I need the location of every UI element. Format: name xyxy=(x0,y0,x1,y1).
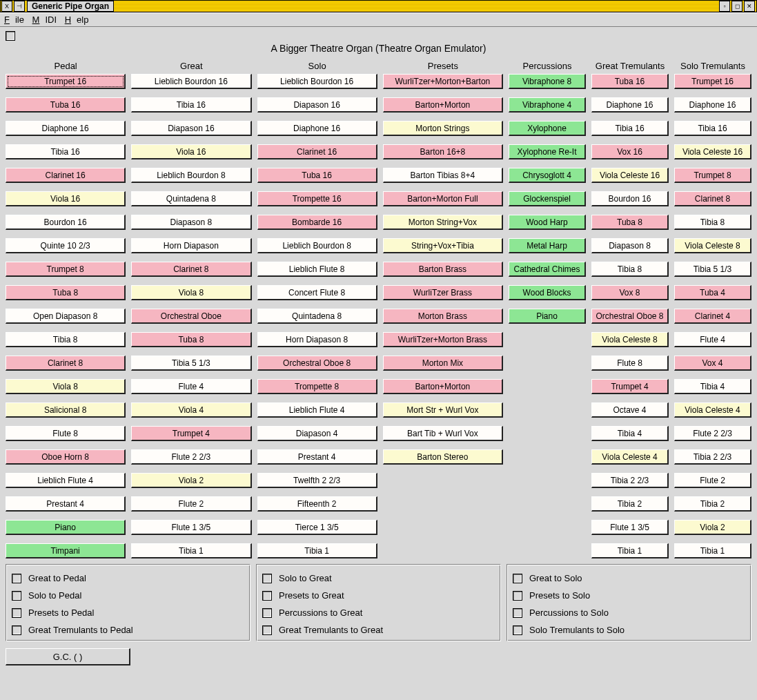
checkbox-icon[interactable] xyxy=(12,591,21,601)
stop-button[interactable]: Concert Flute 8 xyxy=(257,285,377,300)
stop-button[interactable]: Morton Strings xyxy=(383,121,503,136)
stop-button[interactable]: Diaphone 16 xyxy=(674,97,751,113)
pin-icon[interactable]: ⊣ xyxy=(14,1,25,12)
stop-button[interactable]: Viola Celeste 8 xyxy=(591,332,669,347)
stop-button[interactable]: Trumpet 8 xyxy=(674,168,751,183)
stop-button[interactable]: Vibraphone 4 xyxy=(509,97,586,113)
stop-button[interactable]: Tuba 8 xyxy=(131,332,251,347)
stop-button[interactable]: Morton Brass xyxy=(383,309,503,324)
stop-button[interactable]: Viola 2 xyxy=(674,520,751,535)
stop-button[interactable]: Tibia 2 2/3 xyxy=(674,449,751,465)
stop-button[interactable]: Lieblich Bourdon 16 xyxy=(257,74,377,89)
stop-button[interactable]: Bourdon 16 xyxy=(591,191,669,206)
stop-button[interactable]: Tibia 5 1/3 xyxy=(131,356,251,371)
stop-button[interactable]: Open Diapason 8 xyxy=(6,309,126,324)
stop-button[interactable]: Viola 4 xyxy=(131,402,251,418)
checkbox-icon[interactable] xyxy=(12,574,21,583)
stop-button[interactable]: Diaphone 16 xyxy=(6,121,126,136)
stop-button[interactable]: Twelfth 2 2/3 xyxy=(257,473,377,488)
checkbox-icon[interactable] xyxy=(262,591,272,601)
coupler-item[interactable]: Solo to Pedal xyxy=(12,590,244,601)
stop-button[interactable]: Tibia 16 xyxy=(674,121,751,136)
checkbox-icon[interactable] xyxy=(262,625,272,635)
stop-button[interactable]: Oboe Horn 8 xyxy=(6,449,126,465)
stop-button[interactable]: String+Vox+Tibia xyxy=(383,238,503,253)
stop-button[interactable]: Vox 4 xyxy=(674,356,751,371)
stop-button[interactable]: Tibia 16 xyxy=(6,144,126,159)
stop-button[interactable]: Cathedral Chimes xyxy=(509,262,586,277)
coupler-item[interactable]: Presets to Pedal xyxy=(12,607,244,618)
coupler-item[interactable]: Great to Pedal xyxy=(12,573,244,583)
stop-button[interactable]: Diapason 16 xyxy=(131,121,251,136)
stop-button[interactable]: Tibia 8 xyxy=(674,215,751,230)
stop-button[interactable]: Tuba 16 xyxy=(591,74,669,89)
stop-button[interactable]: Clarinet 16 xyxy=(6,168,126,183)
stop-button[interactable]: Bourdon 16 xyxy=(6,215,126,230)
stop-button[interactable]: Barton Brass xyxy=(383,262,503,277)
stop-button[interactable]: Diaphone 16 xyxy=(591,97,669,113)
stop-button[interactable]: Viola 16 xyxy=(6,191,126,206)
stop-button[interactable]: Piano xyxy=(6,520,126,535)
stop-button[interactable]: Metal Harp xyxy=(509,238,586,253)
stop-button[interactable]: Trumpet 4 xyxy=(131,426,251,441)
stop-button[interactable]: Tibia 16 xyxy=(591,121,669,136)
stop-button[interactable]: Trumpet 4 xyxy=(591,379,669,394)
stop-button[interactable]: Quintadena 8 xyxy=(131,191,251,206)
stop-button[interactable]: Tibia 16 xyxy=(131,97,251,113)
stop-button[interactable]: Lieblich Bourdon 8 xyxy=(131,168,251,183)
stop-button[interactable]: Vox 16 xyxy=(591,144,669,159)
stop-button[interactable]: Clarinet 8 xyxy=(131,262,251,277)
stop-button[interactable]: Tuba 8 xyxy=(591,215,669,230)
stop-button[interactable]: Clarinet 16 xyxy=(257,144,377,159)
checkbox-icon[interactable] xyxy=(12,625,21,635)
coupler-item[interactable]: Presets to Great xyxy=(262,590,495,601)
stop-button[interactable]: Trumpet 8 xyxy=(6,262,126,277)
stop-button[interactable]: Diapason 16 xyxy=(257,97,377,113)
checkbox-icon[interactable] xyxy=(513,574,522,583)
stop-button[interactable]: Tibia 8 xyxy=(591,262,669,277)
stop-button[interactable]: Flute 1 3/5 xyxy=(131,520,251,535)
checkbox-icon[interactable] xyxy=(513,591,522,601)
coupler-item[interactable]: Great Tremulants to Great xyxy=(262,625,495,635)
stop-button[interactable]: Viola Celeste 4 xyxy=(674,402,751,418)
stop-button[interactable]: Flute 2 xyxy=(131,496,251,512)
checkbox-icon[interactable] xyxy=(513,625,522,635)
stop-button[interactable]: Viola Celeste 16 xyxy=(591,168,669,183)
stop-button[interactable]: Morton String+Vox xyxy=(383,215,503,230)
stop-button[interactable]: Flute 4 xyxy=(674,332,751,347)
stop-button[interactable]: Piano xyxy=(509,309,586,324)
stop-button[interactable]: Clarinet 8 xyxy=(674,191,751,206)
stop-button[interactable]: Viola 2 xyxy=(131,473,251,488)
stop-button[interactable]: Bombarde 16 xyxy=(257,215,377,230)
stop-button[interactable]: Horn Diapason xyxy=(131,238,251,253)
stop-button[interactable]: Xylophone Re-It xyxy=(509,144,586,159)
stop-button[interactable]: Flute 2 2/3 xyxy=(131,449,251,465)
stop-button[interactable]: Prestant 4 xyxy=(6,496,126,512)
stop-button[interactable]: Orchestral Oboe xyxy=(131,309,251,324)
stop-button[interactable]: Flute 1 3/5 xyxy=(591,520,669,535)
stop-button[interactable]: Flute 8 xyxy=(591,356,669,371)
stop-button[interactable]: Timpani xyxy=(6,543,126,558)
stop-button[interactable]: Trumpet 16 xyxy=(674,74,751,89)
menu-help[interactable]: Help xyxy=(65,14,89,25)
stop-button[interactable]: Tuba 16 xyxy=(257,168,377,183)
stop-button[interactable]: Lieblich Flute 4 xyxy=(257,402,377,418)
stop-button[interactable]: Vox 8 xyxy=(591,285,669,300)
coupler-item[interactable]: Percussions to Solo xyxy=(513,607,745,618)
stop-button[interactable]: WurliTzer Brass xyxy=(383,285,503,300)
stop-button[interactable]: WurliTzer+Morton+Barton xyxy=(383,74,503,89)
stop-button[interactable]: Trompette 8 xyxy=(257,379,377,394)
stop-button[interactable]: Barton+Morton Full xyxy=(383,191,503,206)
toggle-checkbox[interactable] xyxy=(6,31,15,41)
stop-button[interactable]: Vibraphone 8 xyxy=(509,74,586,89)
stop-button[interactable]: Lieblich Bourdon 16 xyxy=(131,74,251,89)
stop-button[interactable]: Tibia 2 xyxy=(674,496,751,512)
stop-button[interactable]: Trumpet 16 xyxy=(6,74,126,89)
stop-button[interactable]: Lieblich Flute 4 xyxy=(6,473,126,488)
stop-button[interactable]: Viola Celeste 4 xyxy=(591,449,669,465)
checkbox-icon[interactable] xyxy=(262,608,272,618)
gc-button[interactable]: G.C. ( ) xyxy=(6,648,130,665)
stop-button[interactable]: Viola 8 xyxy=(131,285,251,300)
stop-button[interactable]: Viola 16 xyxy=(131,144,251,159)
stop-button[interactable]: Salicional 8 xyxy=(6,402,126,418)
